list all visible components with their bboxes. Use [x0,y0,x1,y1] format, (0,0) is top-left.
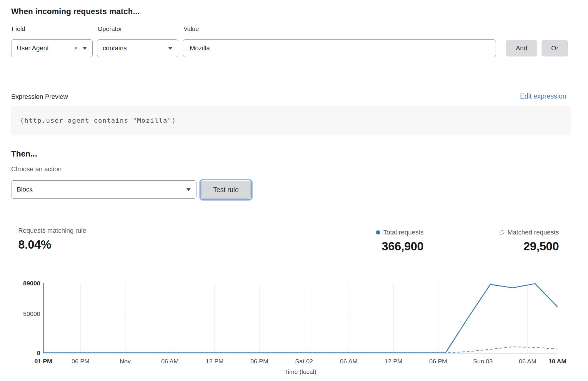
svg-text:Time (local): Time (local) [284,368,317,375]
svg-text:12 PM: 12 PM [384,358,402,365]
action-select-value: Block [17,186,186,193]
clear-field-icon[interactable]: × [74,44,78,52]
matched-requests-value: 29,500 [499,240,559,253]
expression-preview-box: (http.user_agent contains "Mozilla") [11,106,571,135]
then-heading: Then... [11,149,37,159]
value-input[interactable] [183,39,496,57]
total-requests-stat: Total requests 366,900 [376,229,424,253]
svg-text:01 PM: 01 PM [34,358,52,365]
expression-code: (http.user_agent contains "Mozilla") [20,117,176,124]
matched-requests-label: Matched requests [507,229,559,236]
svg-text:0: 0 [37,350,40,356]
svg-text:Nov: Nov [120,358,131,365]
edit-expression-link[interactable]: Edit expression [520,92,566,100]
total-requests-legend-icon [376,230,380,234]
test-rule-button[interactable]: Test rule [201,181,251,199]
choose-action-label: Choose an action [11,165,61,173]
requests-matching-value: 8.04% [18,238,86,251]
chevron-down-icon [168,47,173,50]
svg-text:89000: 89000 [23,280,40,287]
field-select-value: User Agent [17,44,74,52]
and-button[interactable]: And [506,40,537,56]
total-requests-value: 366,900 [376,240,424,253]
value-label: Value [184,25,199,32]
requests-matching-stat: Requests matching rule 8.04% [18,227,86,251]
total-requests-label: Total requests [383,229,424,236]
chevron-down-icon [186,188,191,191]
svg-text:06 PM: 06 PM [250,358,268,365]
action-select[interactable]: Block [11,180,196,199]
operator-select[interactable]: contains [97,39,178,57]
svg-text:06 AM: 06 AM [161,358,179,365]
or-button[interactable]: Or [542,40,568,56]
field-select[interactable]: User Agent × [11,39,93,57]
svg-text:06 PM: 06 PM [429,358,447,365]
chevron-down-icon [82,47,87,50]
matched-requests-stat: Matched requests 29,500 [499,229,559,253]
svg-text:Sun 03: Sun 03 [473,358,493,365]
matched-requests-legend-icon [499,230,504,235]
field-label: Field [12,25,25,32]
operator-select-value: contains [103,44,168,52]
svg-text:50000: 50000 [23,310,40,317]
svg-text:06 AM: 06 AM [340,358,358,365]
firewall-rule-builder-page: When incoming requests match... Field Op… [0,0,588,381]
requests-matching-label: Requests matching rule [18,227,86,234]
operator-label: Operator [98,25,122,32]
svg-text:10 AM: 10 AM [548,358,566,365]
svg-text:06 PM: 06 PM [71,358,89,365]
requests-chart: 0500008900001 PM06 PMNov06 AM12 PM06 PMS… [0,277,588,381]
svg-text:12 PM: 12 PM [206,358,224,365]
page-title: When incoming requests match... [11,7,140,16]
svg-text:06 AM: 06 AM [519,358,537,365]
svg-text:Sat 02: Sat 02 [295,358,313,365]
expression-preview-label: Expression Preview [11,93,68,101]
